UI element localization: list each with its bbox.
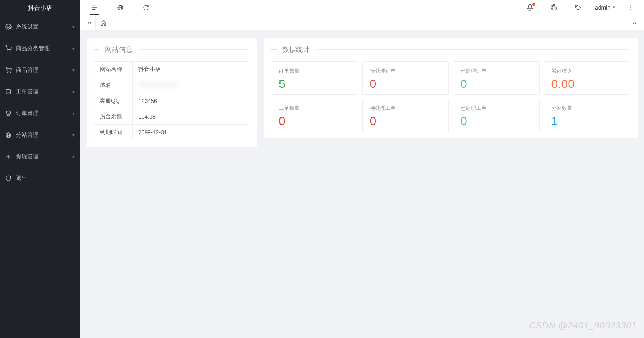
- sidebar-item-1[interactable]: 商品分类管理▼: [0, 38, 80, 59]
- stat-label: 待处理订单: [370, 67, 441, 75]
- stat-box-5: 待处理工单0: [362, 99, 449, 132]
- plus-icon: [5, 153, 12, 160]
- tabs-next-icon[interactable]: [629, 17, 640, 28]
- info-label: 网站名称: [94, 62, 133, 77]
- stat-box-0: 订单数量5: [271, 61, 358, 95]
- stat-value: 1: [551, 114, 623, 128]
- chevron-down-icon: ▼: [71, 90, 75, 94]
- sidebar-item-3[interactable]: 工单管理▼: [0, 81, 80, 103]
- svg-point-23: [553, 8, 553, 9]
- table-row: 网站名称抖音小店: [94, 62, 249, 77]
- svg-point-3: [7, 72, 8, 73]
- sidebar-item-label: 分站管理: [16, 132, 71, 139]
- tag-icon[interactable]: [571, 0, 585, 15]
- table-row: 后台余额104.98: [94, 109, 249, 125]
- sidebar: 抖音小店 系统设置▼商品分类管理▼商品管理▼工单管理▼订单管理▼分站管理▼提现管…: [0, 0, 80, 338]
- stat-value: 0: [460, 114, 532, 128]
- cart-icon: [5, 45, 12, 52]
- user-dropdown[interactable]: admin ▼: [595, 4, 616, 11]
- sidebar-item-5[interactable]: 分站管理▼: [0, 124, 80, 146]
- info-value: 2099-12-31: [133, 125, 249, 140]
- menu-toggle-icon[interactable]: [87, 0, 102, 15]
- chevron-down-icon: ▼: [71, 133, 75, 138]
- stat-value: 0: [370, 114, 441, 128]
- user-name: admin: [595, 4, 610, 11]
- stat-box-3: 累计收入0.00: [544, 61, 631, 95]
- chevron-down-icon: ▼: [71, 68, 75, 73]
- stats-card: 数据统计 订单数量5待处理订单0已处理订单0累计收入0.00工单数量0待处理工单…: [264, 38, 638, 138]
- more-icon[interactable]: ⋮: [626, 4, 635, 11]
- site-info-card: 网站信息 网站名称抖音小店 域名 客服QQ123456 后台余额104.98 到…: [87, 38, 257, 147]
- stat-box-6: 已处理工单0: [453, 99, 540, 132]
- svg-point-0: [8, 26, 9, 28]
- stat-label: 工单数量: [279, 105, 350, 112]
- home-icon: [100, 20, 107, 26]
- chevron-down-icon: ▼: [71, 25, 75, 29]
- topbar: admin ▼ ⋮: [80, 0, 644, 15]
- stat-value: 5: [279, 77, 350, 90]
- refresh-icon[interactable]: [139, 0, 153, 15]
- watermark: CSDN @2401_90033301: [529, 320, 637, 331]
- sidebar-item-2[interactable]: 商品管理▼: [0, 59, 80, 81]
- table-row: 客服QQ123456: [94, 93, 249, 109]
- svg-point-2: [10, 51, 11, 51]
- svg-point-22: [554, 6, 554, 6]
- stat-box-4: 工单数量0: [271, 99, 358, 132]
- gear-icon: [5, 23, 12, 30]
- stat-label: 待处理工单: [370, 105, 441, 112]
- chevron-down-icon: ▼: [71, 155, 75, 159]
- main-area: admin ▼ ⋮ 网站信息 网站名称抖音小店 域名 客服QQ123456 后台…: [80, 0, 644, 338]
- globe-icon: [5, 132, 12, 139]
- tabbar: [80, 15, 644, 30]
- sidebar-item-6[interactable]: 提现管理▼: [0, 146, 80, 168]
- chevron-down-icon: ▼: [71, 111, 75, 116]
- sidebar-item-label: 系统设置: [16, 23, 71, 30]
- site-info-table: 网站名称抖音小店 域名 客服QQ123456 后台余额104.98 到期时间20…: [94, 61, 249, 140]
- info-value: [133, 77, 249, 93]
- stat-box-1: 待处理订单0: [362, 61, 449, 95]
- sidebar-item-label: 商品管理: [16, 67, 71, 74]
- info-label: 后台余额: [94, 109, 133, 125]
- tabs-prev-icon[interactable]: [84, 17, 95, 28]
- stat-label: 订单数量: [279, 67, 350, 75]
- table-row: 到期时间2099-12-31: [94, 125, 249, 140]
- site-info-title: 网站信息: [94, 45, 249, 54]
- stat-box-2: 已处理订单0: [453, 61, 540, 95]
- chevron-down-icon: ▼: [71, 47, 75, 51]
- sidebar-item-label: 订单管理: [16, 110, 71, 117]
- stat-value: 0: [370, 77, 441, 90]
- stat-value: 0.00: [551, 77, 623, 90]
- globe-icon[interactable]: [113, 0, 128, 15]
- sidebar-item-label: 提现管理: [16, 153, 71, 160]
- stat-label: 已处理工单: [460, 105, 532, 112]
- sidebar-item-4[interactable]: 订单管理▼: [0, 103, 80, 124]
- stat-value: 0: [279, 114, 350, 128]
- stat-value: 0: [460, 77, 532, 90]
- chevron-down-icon: ▼: [612, 5, 616, 10]
- svg-point-21: [553, 6, 553, 7]
- stat-box-7: 分站数量1: [544, 99, 631, 132]
- svg-point-1: [7, 51, 8, 51]
- sidebar-title: 抖音小店: [0, 0, 80, 16]
- info-label: 域名: [94, 77, 133, 93]
- sidebar-item-label: 退出: [16, 175, 75, 182]
- stat-label: 已处理订单: [460, 67, 532, 75]
- sidebar-item-0[interactable]: 系统设置▼: [0, 16, 80, 38]
- blurred-domain: [138, 81, 178, 88]
- theme-icon[interactable]: [547, 0, 561, 15]
- info-label: 到期时间: [94, 125, 133, 140]
- shield-icon: [5, 175, 12, 182]
- cart-icon: [5, 67, 12, 74]
- info-value: 123456: [133, 93, 249, 109]
- tab-home[interactable]: [95, 15, 111, 30]
- stat-label: 累计收入: [551, 67, 623, 75]
- info-value: 104.98: [133, 109, 249, 125]
- layers-icon: [5, 110, 12, 117]
- sidebar-item-7[interactable]: 退出: [0, 168, 80, 189]
- bell-icon[interactable]: [523, 0, 537, 15]
- sidebar-item-label: 商品分类管理: [16, 45, 71, 52]
- info-value: 抖音小店: [133, 62, 249, 77]
- svg-point-24: [577, 6, 577, 6]
- svg-marker-9: [6, 111, 11, 113]
- sidebar-item-label: 工单管理: [16, 88, 71, 95]
